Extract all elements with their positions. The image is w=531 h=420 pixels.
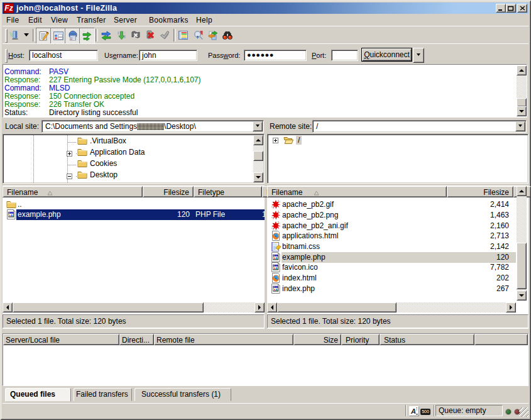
svg-text:A: A [410, 407, 416, 415]
